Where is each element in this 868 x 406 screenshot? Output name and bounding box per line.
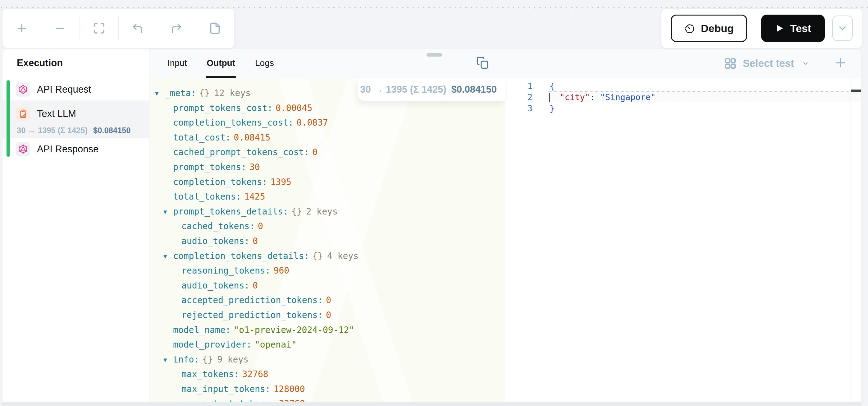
json-value: 0 bbox=[253, 281, 258, 291]
copy-output-button[interactable] bbox=[476, 56, 490, 70]
collapse-triangle-icon[interactable]: ▼ bbox=[163, 205, 173, 220]
redo-icon bbox=[170, 22, 183, 34]
json-tree-row-audio-tokens[interactable]: audio_tokens:0 bbox=[155, 234, 505, 249]
json-tree-row-completion-tokens-details[interactable]: ▼completion_tokens_details:{}4 keys bbox=[155, 249, 505, 264]
json-tree-row-total-cost[interactable]: total_cost:0.08415 bbox=[155, 130, 505, 145]
json-tree-row-model-provider[interactable]: model_provider:"openai" bbox=[155, 337, 505, 352]
tab-input[interactable]: Input bbox=[167, 49, 187, 78]
json-key: prompt_tokens_cost: bbox=[173, 103, 273, 113]
node-icon-tile bbox=[16, 107, 30, 121]
json-tree-row-prompt-tokens-details[interactable]: ▼prompt_tokens_details:{}2 keys bbox=[155, 204, 505, 219]
fit-view-button[interactable] bbox=[80, 9, 118, 48]
json-key: completion_tokens: bbox=[173, 177, 267, 187]
json-tree-row-completion-tokens-cost[interactable]: completion_tokens_cost:0.0837 bbox=[155, 115, 505, 130]
json-key: total_cost: bbox=[173, 133, 230, 143]
json-key: prompt_tokens: bbox=[173, 162, 246, 172]
line-number: 1 bbox=[505, 81, 532, 92]
execution-sheet: Execution API RequestText LLM30 → 1395 (… bbox=[2, 48, 862, 406]
editor-line-1[interactable]: 1{ bbox=[505, 81, 862, 92]
panel-divider bbox=[505, 49, 505, 406]
output-tabbar: InputOutputLogs bbox=[149, 49, 505, 78]
select-test-dropdown[interactable]: Select test bbox=[724, 49, 810, 78]
toolbar-divider bbox=[754, 18, 754, 38]
badge-cost: $0.084150 bbox=[451, 84, 497, 95]
key-count: 9 keys bbox=[217, 354, 249, 365]
json-key: rejected_prediction_tokens: bbox=[181, 310, 323, 320]
json-value: 0 bbox=[326, 310, 331, 320]
fit-view-icon bbox=[93, 22, 105, 34]
json-tree-row-max-tokens[interactable]: max_tokens:32768 bbox=[155, 367, 505, 382]
output-json-view: ▼_meta:{}12 keysprompt_tokens_cost:0.000… bbox=[149, 78, 505, 406]
debug-button[interactable]: Debug bbox=[671, 14, 747, 42]
json-value: 0.00045 bbox=[276, 103, 312, 113]
json-value: 128000 bbox=[274, 384, 305, 394]
execution-item-api-request[interactable]: API Request bbox=[2, 80, 149, 99]
zoom-out-button[interactable] bbox=[41, 9, 80, 48]
undo-button[interactable] bbox=[119, 9, 157, 48]
redo-button[interactable] bbox=[157, 9, 196, 48]
json-key: info: bbox=[173, 354, 199, 365]
execution-item-label: Text LLM bbox=[37, 108, 76, 119]
json-value: 1425 bbox=[244, 192, 265, 202]
test-options-button[interactable] bbox=[832, 16, 853, 41]
copy-icon bbox=[476, 56, 489, 69]
item-token-counts: 30 → 1395 (Σ 1425) bbox=[17, 126, 88, 135]
item-cost: $0.084150 bbox=[93, 126, 131, 135]
key-count: 2 keys bbox=[306, 206, 338, 217]
execution-success-bar bbox=[6, 80, 10, 157]
json-tree-row-completion-tokens[interactable]: completion_tokens:1395 bbox=[155, 175, 505, 190]
editor-line-2[interactable]: 2 "city": "Singapore" bbox=[505, 92, 862, 103]
json-key: audio_tokens: bbox=[181, 236, 249, 246]
add-test-button[interactable] bbox=[834, 56, 848, 70]
json-tree-row-rejected-prediction-tokens[interactable]: rejected_prediction_tokens:0 bbox=[155, 308, 505, 323]
api-node-icon bbox=[18, 144, 28, 154]
json-tree: ▼_meta:{}12 keysprompt_tokens_cost:0.000… bbox=[149, 78, 505, 406]
json-key: prompt_tokens_details: bbox=[173, 206, 288, 217]
sheet-drag-handle[interactable] bbox=[427, 53, 442, 57]
text-cursor bbox=[549, 93, 550, 102]
debug-button-label: Debug bbox=[701, 22, 734, 34]
test-button[interactable]: Test bbox=[761, 14, 825, 42]
collapse-triangle-icon[interactable]: ▼ bbox=[155, 86, 165, 101]
collapse-triangle-icon[interactable]: ▼ bbox=[163, 352, 173, 368]
json-key: cached_tokens: bbox=[181, 221, 255, 231]
json-tree-row-cached-tokens[interactable]: cached_tokens:0 bbox=[155, 219, 505, 234]
object-braces: {} bbox=[202, 354, 213, 365]
test-panel: Select test 1{2 "city": "Singapore"3} bbox=[505, 49, 862, 406]
stopwatch-icon bbox=[684, 23, 695, 34]
json-value: 0.08415 bbox=[234, 133, 270, 143]
test-json-editor[interactable]: 1{2 "city": "Singapore"3} bbox=[505, 78, 862, 406]
json-tree-row-max-input-tokens[interactable]: max_input_tokens:128000 bbox=[155, 382, 505, 397]
key-count: 12 keys bbox=[214, 88, 251, 98]
zoom-in-button[interactable] bbox=[2, 9, 41, 48]
json-key: total_tokens: bbox=[173, 192, 241, 202]
editor-line-3[interactable]: 3} bbox=[505, 103, 862, 114]
execution-item-text-llm[interactable]: Text LLM30 → 1395 (Σ 1425)$0.084150 bbox=[2, 100, 149, 138]
execution-item-main: API Request bbox=[2, 80, 149, 99]
badge-token-counts: 30 → 1395 (Σ 1425) bbox=[360, 84, 446, 95]
execution-item-label: API Request bbox=[37, 84, 91, 95]
tab-logs[interactable]: Logs bbox=[255, 49, 274, 78]
json-key: cached_prompt_tokens_cost: bbox=[173, 147, 309, 157]
execution-item-api-response[interactable]: API Response bbox=[2, 139, 149, 159]
clipboard-pencil-icon bbox=[18, 109, 28, 119]
json-tree-row-accepted-prediction-tokens[interactable]: accepted_prediction_tokens:0 bbox=[155, 293, 505, 308]
editor-lines: 1{2 "city": "Singapore"3} bbox=[505, 78, 862, 114]
add-note-button[interactable] bbox=[196, 9, 235, 48]
collapse-triangle-icon[interactable]: ▼ bbox=[163, 249, 173, 264]
json-tree-row-total-tokens[interactable]: total_tokens:1425 bbox=[155, 189, 505, 204]
json-value: 0 bbox=[253, 236, 258, 246]
object-braces: {} bbox=[312, 251, 323, 261]
json-tree-row-prompt-tokens[interactable]: prompt_tokens:30 bbox=[155, 160, 505, 175]
overview-ruler bbox=[850, 78, 851, 406]
json-key: accepted_prediction_tokens: bbox=[181, 295, 323, 305]
json-tree-row-audio-tokens[interactable]: audio_tokens:0 bbox=[155, 278, 505, 293]
json-tree-row-prompt-tokens-cost[interactable]: prompt_tokens_cost:0.00045 bbox=[155, 101, 505, 116]
tab-output[interactable]: Output bbox=[207, 49, 235, 78]
json-value: 1395 bbox=[270, 177, 291, 187]
api-node-icon bbox=[18, 85, 28, 94]
json-tree-row-info[interactable]: ▼info:{}9 keys bbox=[155, 352, 505, 367]
json-tree-row-cached-prompt-tokens-cost[interactable]: cached_prompt_tokens_cost:0 bbox=[155, 145, 505, 160]
json-tree-row-reasoning-tokens[interactable]: reasoning_tokens:960 bbox=[155, 263, 505, 278]
json-tree-row-model-name[interactable]: model_name:"o1-preview-2024-09-12" bbox=[155, 323, 505, 338]
